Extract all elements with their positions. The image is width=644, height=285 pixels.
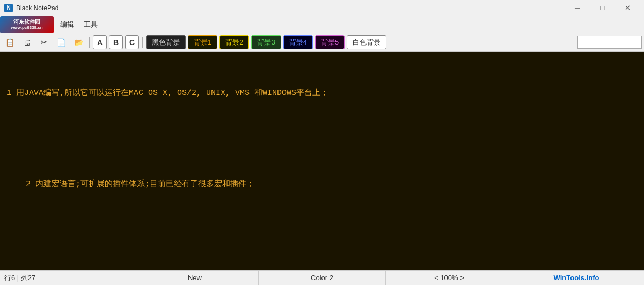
letter-b-button[interactable]: B (109, 35, 123, 49)
status-color: Color 2 (259, 271, 386, 285)
app-logo: 河东软件园 www.pc6339.cn (0, 16, 54, 33)
editor-content: 1 用JAVA编写,所以它可以运行在MAC OS X, OS/2, UNIX, … (6, 56, 638, 270)
logo-line2: www.pc6339.cn (11, 25, 42, 31)
window-controls: ─ □ ✕ (565, 3, 640, 13)
bg-1-button[interactable]: 背景1 (188, 35, 217, 49)
title-left: N Black NotePad (4, 4, 58, 12)
tb-cut-button[interactable]: ✂ (36, 35, 52, 49)
status-mode: New (131, 271, 259, 285)
bg-black-button[interactable]: 黑色背景 (146, 35, 186, 49)
menu-item-tools[interactable]: 工具 (79, 18, 102, 31)
line-5: 3 使用JEDIT的插件河东软件园可以下载插件并安装； (6, 267, 638, 270)
editor-area[interactable]: 1 用JAVA编写,所以它可以运行在MAC OS X, OS/2, UNIX, … (0, 52, 644, 270)
separator-1 (89, 37, 90, 48)
window-title: Black NotePad (16, 4, 58, 12)
logo-line1: 河东软件园 (11, 19, 42, 25)
line-3: 2 内建宏语言;可扩展的插件体系;目前已经有了很多宏和插件； (6, 176, 638, 193)
title-bar: N Black NotePad ─ □ ✕ (0, 0, 644, 16)
separator-2 (142, 37, 143, 48)
close-button[interactable]: ✕ (616, 3, 640, 13)
bg-4-button[interactable]: 背景4 (283, 35, 313, 49)
status-bar: 行6 | 列27 New Color 2 < 100% > WinTools.I… (0, 270, 644, 285)
line-4 (6, 222, 638, 238)
app-icon: N (4, 4, 13, 12)
search-input[interactable] (577, 36, 642, 49)
bg-white-button[interactable]: 白色背景 (347, 35, 386, 49)
bg-3-button[interactable]: 背景3 (251, 35, 281, 49)
line-2 (6, 130, 638, 147)
menu-bar: 编辑 工具 (54, 16, 644, 33)
status-link[interactable]: WinTools.Info (513, 271, 640, 285)
toolbar: 📋 🖨 ✂ 📄 📂 A B C 黑色背景 背景1 背景2 背景3 背景4 背景5… (0, 33, 644, 52)
letter-c-button[interactable]: C (125, 35, 139, 49)
minimize-button[interactable]: ─ (565, 3, 589, 13)
maximize-button[interactable]: □ (590, 3, 614, 13)
tb-print-button[interactable]: 🖨 (19, 35, 34, 49)
letter-a-button[interactable]: A (93, 35, 107, 49)
tb-new-button[interactable]: 📄 (54, 35, 69, 49)
tb-copy-button[interactable]: 📋 (2, 35, 17, 49)
tb-open-button[interactable]: 📂 (71, 35, 86, 49)
bg-2-button[interactable]: 背景2 (219, 35, 249, 49)
status-position: 行6 | 列27 (4, 271, 131, 285)
bg-5-button[interactable]: 背景5 (315, 35, 345, 49)
menu-item-edit[interactable]: 编辑 (56, 18, 78, 31)
wintools-link[interactable]: WinTools.Info (554, 274, 599, 282)
line-1: 1 用JAVA编写,所以它可以运行在MAC OS X, OS/2, UNIX, … (6, 85, 638, 101)
status-zoom: < 100% > (386, 271, 513, 285)
